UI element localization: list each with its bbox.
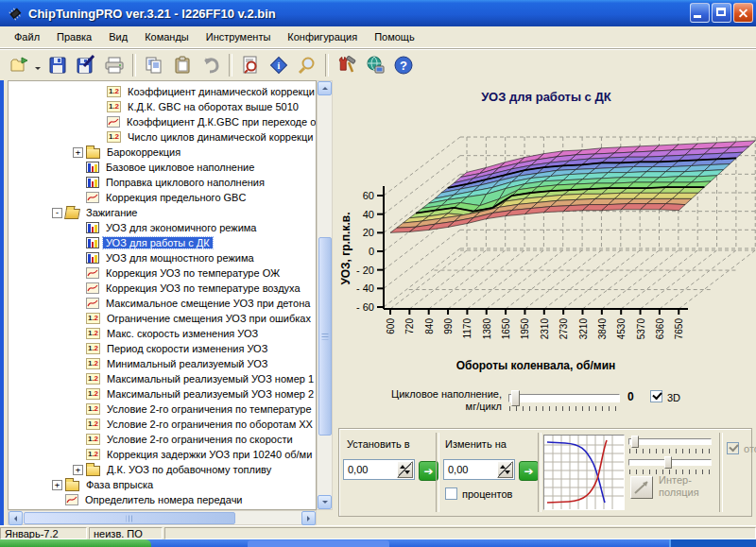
- tree-vertical-scrollbar[interactable]: [317, 80, 333, 510]
- scale-slider-2-thumb[interactable]: [664, 456, 672, 469]
- tree-item[interactable]: УОЗ для мощностного режима: [9, 250, 316, 265]
- tree-item[interactable]: 1.2Максимальный реализуемый УОЗ номер 1: [9, 371, 316, 386]
- menu-item-4[interactable]: Команды: [136, 28, 198, 45]
- paste-button[interactable]: [168, 51, 197, 79]
- map-table-icon: [86, 162, 99, 173]
- curves-preview[interactable]: [543, 435, 625, 510]
- tree-horizontal-scrollbar[interactable]: [8, 510, 317, 525]
- tree-item[interactable]: +Барокоррекция: [9, 145, 316, 160]
- menu-item-6[interactable]: Конфигурация: [279, 28, 366, 45]
- spinner-buttons[interactable]: [497, 461, 513, 478]
- tree-item[interactable]: 1.2Коэффициент динамической коррекци: [9, 84, 316, 99]
- maximize-button[interactable]: [712, 3, 731, 23]
- undo-icon: [200, 56, 221, 75]
- vertical-scroll-thumb[interactable]: [318, 237, 332, 436]
- menu-item-2[interactable]: Правка: [48, 28, 100, 45]
- tree-item[interactable]: 1.2Коррекция задержки УОЗ при 10240 об/м…: [9, 447, 316, 462]
- tree-item[interactable]: 1.2Минимальный реализуемый УОЗ: [9, 356, 316, 371]
- print-button[interactable]: [100, 51, 129, 79]
- report-button[interactable]: [236, 51, 265, 79]
- tree-item-label: Фаза впрыска: [83, 479, 156, 490]
- interpolation-icon: [631, 477, 652, 498]
- save-button[interactable]: [43, 51, 72, 79]
- spinner-buttons[interactable]: [397, 461, 413, 478]
- undo-button[interactable]: [197, 51, 225, 79]
- tree-item[interactable]: Коэффициент Д.К.GBC при переходе о: [9, 114, 316, 129]
- tree-item[interactable]: +Д.К. УОЗ по добавочному топливу: [9, 462, 316, 477]
- value-icon: 1.2: [86, 343, 100, 354]
- value-icon: 1.2: [86, 313, 100, 324]
- expand-toggle[interactable]: -: [52, 208, 62, 218]
- svg-text:4530: 4530: [616, 318, 627, 340]
- apply-change-button[interactable]: ➔: [519, 461, 539, 481]
- menu-item-7[interactable]: Помощь: [366, 28, 423, 45]
- tree-item[interactable]: УОЗ для работы с ДК: [9, 235, 316, 250]
- tree-item[interactable]: Максимальное смещение УОЗ при детона: [9, 296, 316, 311]
- change-by-input[interactable]: 0,00: [443, 459, 515, 480]
- 3d-checkbox[interactable]: [650, 390, 662, 402]
- tree-item[interactable]: Коррекция УОЗ по температуре ОЖ: [9, 265, 316, 281]
- info-button[interactable]: i: [265, 51, 293, 79]
- tree-item[interactable]: 1.2Максимальный реализуемый УОЗ номер 2: [9, 386, 316, 402]
- open-button[interactable]: [6, 51, 34, 79]
- cycle-fill-slider-thumb[interactable]: [511, 390, 520, 406]
- scale-slider-1-thumb[interactable]: [631, 436, 639, 448]
- scale-slider-1[interactable]: [628, 438, 712, 445]
- expand-toggle[interactable]: +: [52, 480, 62, 490]
- percent-checkbox[interactable]: [445, 487, 457, 500]
- search-button[interactable]: [293, 51, 321, 79]
- cycle-fill-slider[interactable]: [508, 394, 620, 402]
- set-to-input[interactable]: 0,00: [343, 459, 415, 480]
- svg-text:720: 720: [404, 318, 415, 334]
- expand-toggle[interactable]: +: [73, 465, 83, 475]
- svg-text:840: 840: [424, 318, 435, 334]
- menu-item-1[interactable]: Файл: [6, 28, 48, 45]
- windows-taskbar[interactable]: [0, 539, 756, 547]
- scroll-up-button[interactable]: [318, 81, 332, 95]
- cycle-fill-label: Цикловое наполнение,мг/цикл: [365, 388, 502, 413]
- tree-item[interactable]: 1.2Условие 2-го ограничения по оборотам …: [9, 417, 316, 432]
- tree-item[interactable]: 1.2Макс. скорость изменения УОЗ: [9, 326, 316, 341]
- tree-item[interactable]: УОЗ для экономичного режима: [9, 220, 316, 235]
- taskbar-task[interactable]: [248, 540, 389, 547]
- svg-text:60: 60: [363, 190, 374, 201]
- tree-item[interactable]: 1.2Ограничение смещения УОЗ при ошибках: [9, 311, 316, 326]
- network-button[interactable]: [361, 51, 389, 79]
- menu-item-5[interactable]: Инструменты: [198, 28, 280, 45]
- menu-item-3[interactable]: Вид: [100, 28, 136, 45]
- open-dropdown-caret[interactable]: [35, 67, 41, 73]
- value-icon: 1.2: [86, 388, 100, 400]
- scroll-right-button[interactable]: [301, 511, 316, 525]
- tree-item[interactable]: 1.2К.Д.К. GBC на оборотах выше 5010: [9, 99, 316, 114]
- tools-button[interactable]: [333, 51, 361, 79]
- parameter-tree: 1.2Коэффициент динамической коррекци1.2К…: [8, 80, 317, 510]
- search-icon: [297, 56, 318, 75]
- tree-item[interactable]: 1.2Условие 2-го ограничения по скорости: [9, 432, 316, 447]
- tree-item[interactable]: 1.2Условие 2-го ограничения по температу…: [9, 402, 316, 417]
- copy-button[interactable]: [140, 51, 168, 79]
- save-as-button[interactable]: [72, 51, 100, 79]
- value-icon: 1.2: [86, 328, 100, 339]
- close-button[interactable]: [733, 3, 753, 23]
- tree-item[interactable]: 1.2Число циклов динамической коррекци: [9, 129, 316, 145]
- minimize-button[interactable]: [690, 3, 710, 23]
- tree-item[interactable]: Коррекция предельного GBC: [9, 190, 316, 205]
- help-button[interactable]: ?: [389, 51, 418, 79]
- tree-item-label: Поправка циклового наполнения: [103, 177, 267, 188]
- tree-item[interactable]: -Зажигание: [9, 205, 316, 220]
- svg-text:1380: 1380: [482, 318, 492, 340]
- svg-text:1650: 1650: [501, 318, 511, 340]
- scroll-left-button[interactable]: [9, 511, 23, 525]
- start-button[interactable]: [0, 539, 151, 547]
- expand-toggle[interactable]: +: [73, 147, 83, 158]
- scroll-down-button[interactable]: [318, 495, 332, 509]
- horizontal-scroll-thumb[interactable]: [24, 512, 235, 524]
- status-panel-calibration: Январь-7.2: [0, 527, 87, 539]
- tree-item[interactable]: Коррекция УОЗ по температуре воздуха: [9, 281, 316, 296]
- tree-item[interactable]: Поправка циклового наполнения: [9, 175, 316, 190]
- tree-item[interactable]: +Фаза впрыска: [9, 477, 316, 492]
- tree-item[interactable]: 1.2Период скорости изменения УОЗ: [9, 341, 316, 356]
- tree-item[interactable]: Базовое цикловое наполнение: [9, 160, 316, 175]
- tree-item[interactable]: Определитель номера передачи: [9, 492, 316, 507]
- report-icon: [241, 56, 260, 75]
